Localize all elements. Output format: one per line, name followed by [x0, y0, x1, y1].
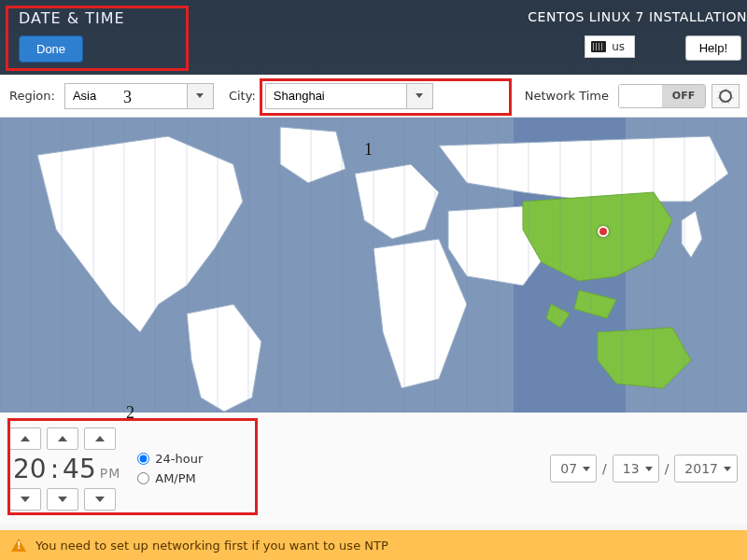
network-time-settings-button[interactable]	[712, 84, 740, 108]
month-combobox[interactable]: 07	[550, 455, 597, 483]
region-label: Region:	[9, 89, 55, 103]
city-input[interactable]	[266, 84, 406, 108]
world-map-svg	[0, 118, 747, 413]
switch-slot	[619, 85, 662, 107]
chevron-down-icon	[645, 467, 653, 471]
chevron-down-icon	[95, 497, 105, 502]
city-combobox[interactable]	[265, 83, 433, 109]
network-time-label: Network Time	[525, 89, 609, 103]
chevron-down-icon	[58, 497, 67, 502]
time-format-radios: 24-hour AM/PM	[137, 452, 203, 485]
warning-bar: You need to set up networking first if y…	[0, 530, 747, 560]
hours-up-button[interactable]	[9, 427, 41, 450]
hours-value: 20	[13, 454, 47, 484]
ampm-up-button[interactable]	[84, 427, 116, 450]
radio-24-hour-input[interactable]	[137, 453, 149, 465]
chevron-up-icon	[58, 436, 67, 441]
date-separator: /	[665, 461, 669, 476]
page-title: DATE & TIME	[19, 9, 125, 27]
minutes-down-button[interactable]	[47, 488, 78, 511]
time-spinner-group: 20:45 PM	[9, 427, 124, 511]
time-display: 20:45 PM	[9, 452, 124, 486]
ampm-value: PM	[100, 466, 121, 481]
chevron-down-icon	[724, 467, 731, 471]
minutes-up-button[interactable]	[47, 427, 78, 450]
chevron-down-icon	[196, 93, 204, 98]
annotation-label-3: 3	[123, 88, 132, 107]
ampm-down-button[interactable]	[84, 488, 116, 511]
installer-title: CENTOS LINUX 7 INSTALLATION	[528, 9, 747, 24]
help-button[interactable]: Help!	[685, 35, 741, 61]
keyboard-layout-text: us	[612, 40, 625, 53]
day-combobox[interactable]: 13	[613, 455, 659, 483]
gear-icon	[719, 90, 732, 103]
network-time-switch[interactable]: OFF	[618, 84, 706, 108]
region-dropdown-arrow[interactable]	[187, 84, 213, 108]
region-combobox[interactable]	[64, 83, 214, 109]
warning-text: You need to set up networking first if y…	[35, 539, 388, 553]
radio-ampm-input[interactable]	[137, 472, 149, 484]
city-label: City:	[229, 89, 256, 103]
region-city-toolbar: Region: City: Network Time OFF	[0, 75, 747, 118]
radio-24-hour[interactable]: 24-hour	[137, 452, 203, 466]
chevron-down-icon	[416, 93, 423, 98]
date-selectors: 07 / 13 / 2017	[550, 455, 738, 483]
hours-down-button[interactable]	[9, 488, 41, 511]
chevron-up-icon	[21, 436, 30, 441]
minutes-value: 45	[63, 454, 96, 484]
done-button[interactable]: Done	[19, 35, 83, 63]
chevron-down-icon	[21, 497, 30, 502]
chevron-up-icon	[95, 436, 105, 441]
keyboard-layout-indicator[interactable]: us	[585, 35, 635, 58]
annotation-label-1: 1	[364, 140, 373, 160]
location-pin-icon	[598, 226, 609, 237]
chevron-down-icon	[583, 467, 590, 471]
bottom-panel: 20:45 PM 24-hour AM/PM 07 / 13 / 2017	[0, 413, 747, 525]
radio-ampm[interactable]: AM/PM	[137, 471, 203, 485]
city-dropdown-arrow[interactable]	[406, 84, 432, 108]
header-bar: DATE & TIME CENTOS LINUX 7 INSTALLATION …	[0, 0, 747, 75]
annotation-label-2: 2	[126, 403, 134, 423]
year-combobox[interactable]: 2017	[674, 455, 738, 483]
warning-icon	[11, 539, 26, 552]
timezone-map[interactable]	[0, 118, 747, 413]
date-separator: /	[602, 461, 607, 476]
keyboard-icon	[591, 41, 606, 52]
switch-off-label: OFF	[662, 85, 705, 107]
